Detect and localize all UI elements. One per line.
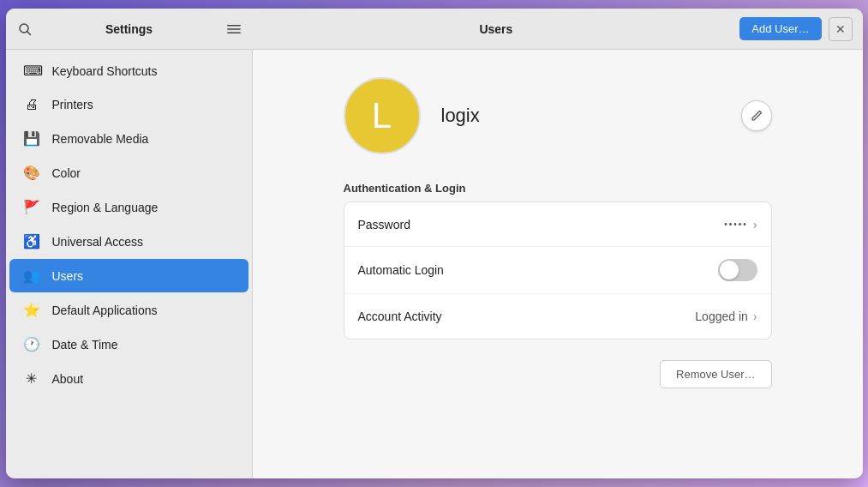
users-label: Users xyxy=(52,269,84,283)
titlebar-left: Settings xyxy=(6,17,253,41)
sidebar-item-universal-access[interactable]: ♿Universal Access xyxy=(9,225,248,258)
add-user-button[interactable]: Add User… xyxy=(739,17,821,40)
about-icon: ✳ xyxy=(23,370,40,387)
main-panel: L logix Authentication & Login Password xyxy=(253,50,863,478)
menu-button[interactable] xyxy=(222,17,246,41)
password-label: Password xyxy=(358,218,725,231)
avatar: L xyxy=(344,77,421,154)
close-button[interactable]: ✕ xyxy=(829,17,853,41)
account-activity-value: Logged in › xyxy=(695,310,757,323)
automatic-login-row[interactable]: Automatic Login xyxy=(344,247,771,294)
keyboard-shortcuts-icon: ⌨ xyxy=(23,63,40,79)
password-chevron: › xyxy=(753,218,757,231)
printers-label: Printers xyxy=(52,98,93,111)
toggle-knob xyxy=(720,261,739,280)
sidebar-item-date-time[interactable]: 🕐Date & Time xyxy=(9,328,248,361)
removable-media-icon: 💾 xyxy=(23,130,40,147)
section-title: Authentication & Login xyxy=(344,182,772,195)
color-label: Color xyxy=(52,166,81,180)
region-language-icon: 🚩 xyxy=(23,199,40,215)
remove-user-container: Remove User… xyxy=(344,360,772,388)
pencil-icon xyxy=(750,109,763,123)
settings-title: Settings xyxy=(44,22,215,36)
username-label: logix xyxy=(441,105,480,127)
svg-rect-3 xyxy=(227,28,241,30)
password-dots: ••••• xyxy=(724,219,748,229)
titlebar: Settings Users Add User… ✕ xyxy=(6,9,863,50)
keyboard-shortcuts-label: Keyboard Shortcuts xyxy=(52,64,158,78)
automatic-login-label: Automatic Login xyxy=(358,263,718,277)
sidebar-item-default-applications[interactable]: ⭐Default Applications xyxy=(9,293,248,327)
search-icon xyxy=(18,22,32,36)
password-row[interactable]: Password ••••• › xyxy=(344,202,771,247)
account-activity-label: Account Activity xyxy=(358,310,696,323)
universal-access-icon: ♿ xyxy=(23,233,40,250)
svg-rect-2 xyxy=(227,25,241,27)
date-time-icon: 🕐 xyxy=(23,336,40,352)
settings-window: Settings Users Add User… ✕ ⌨Keyboard Sho… xyxy=(6,9,863,478)
svg-line-1 xyxy=(27,32,31,35)
universal-access-label: Universal Access xyxy=(52,235,144,249)
user-profile: L logix xyxy=(344,77,772,154)
remove-user-button[interactable]: Remove User… xyxy=(660,360,771,388)
printers-icon: 🖨 xyxy=(23,97,40,112)
default-applications-label: Default Applications xyxy=(52,304,158,317)
account-activity-status: Logged in xyxy=(695,310,748,323)
removable-media-label: Removable Media xyxy=(52,132,149,146)
password-value: ••••• › xyxy=(724,218,757,231)
main-title: Users xyxy=(253,22,740,36)
edit-user-button[interactable] xyxy=(741,100,772,131)
sidebar-item-users[interactable]: 👥Users xyxy=(9,259,248,292)
titlebar-right: Add User… ✕ xyxy=(739,17,862,41)
sidebar-item-keyboard-shortcuts[interactable]: ⌨Keyboard Shortcuts xyxy=(9,54,248,87)
svg-rect-4 xyxy=(227,32,241,33)
search-button[interactable] xyxy=(13,17,37,41)
sidebar-item-removable-media[interactable]: 💾Removable Media xyxy=(9,122,248,155)
date-time-label: Date & Time xyxy=(52,338,118,352)
color-icon: 🎨 xyxy=(23,165,40,181)
account-activity-chevron: › xyxy=(753,310,757,323)
default-applications-icon: ⭐ xyxy=(23,302,40,318)
auth-section: Authentication & Login Password ••••• › … xyxy=(344,182,772,340)
sidebar-item-printers[interactable]: 🖨Printers xyxy=(9,88,248,121)
automatic-login-toggle[interactable] xyxy=(718,259,757,281)
sidebar-item-color[interactable]: 🎨Color xyxy=(9,156,248,189)
account-activity-row[interactable]: Account Activity Logged in › xyxy=(344,294,771,339)
sidebar: ⌨Keyboard Shortcuts🖨Printers💾Removable M… xyxy=(6,50,253,478)
about-label: About xyxy=(52,372,84,386)
hamburger-icon xyxy=(227,22,241,36)
sidebar-item-region-language[interactable]: 🚩Region & Language xyxy=(9,190,248,224)
users-icon: 👥 xyxy=(23,268,40,284)
region-language-label: Region & Language xyxy=(52,201,159,214)
content-area: ⌨Keyboard Shortcuts🖨Printers💾Removable M… xyxy=(6,50,863,478)
sidebar-item-about[interactable]: ✳About xyxy=(9,362,248,395)
settings-list: Password ••••• › Automatic Login xyxy=(344,201,772,340)
